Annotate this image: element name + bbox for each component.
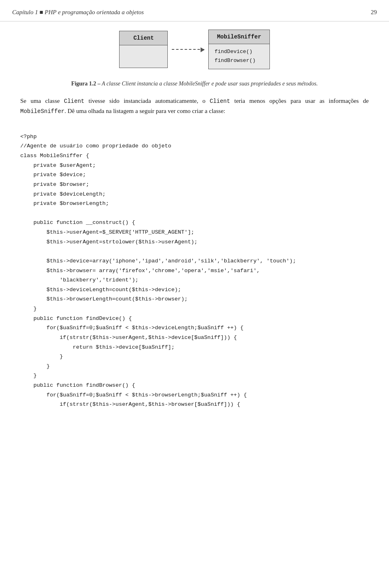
code-line-finddevice-if-close: } (20, 354, 63, 360)
code-line-device-array: $this->device=array('iphone','ipad','and… (20, 258, 296, 264)
uml-arrow (172, 49, 204, 50)
figure-caption: Figura 1.2 – A classe Client instancia a… (32, 79, 357, 88)
inline-code-mobilesniffer: MobileSniffer (20, 108, 64, 115)
code-line-finddevice-if: if(strstr($this->userAgent,$this->device… (20, 334, 237, 341)
uml-mobilesniffer-box: MobileSniffer findDevice() findBrowser() (208, 30, 269, 69)
page-number: 29 (371, 7, 377, 17)
uml-method-finddevice: findDevice() (214, 47, 263, 56)
code-line-prop1: private $userAgent; (20, 162, 96, 168)
uml-client-box: Client (119, 31, 168, 68)
code-line-finddevice-for-close: } (20, 363, 50, 369)
uml-client-body (120, 45, 167, 68)
body-paragraph-1: Se uma classe Client tivesse sido instan… (20, 96, 369, 117)
code-line-prop5: private $browserLength; (20, 200, 109, 207)
code-line-useragent1: $this->userAgent=$_SERVER['HTTP_USER_AGE… (20, 229, 194, 235)
uml-arrow-line (172, 49, 204, 50)
code-line-browser-array2: 'blackberry','trident'); (20, 277, 139, 283)
inline-code-client2: Client (209, 98, 230, 104)
inline-code-client1: Client (64, 98, 84, 104)
code-line-browser-array1: $this->browser= array('firefox','chrome'… (20, 268, 260, 274)
page-header: Capítulo 1 ■ PHP e programação orientada… (0, 0, 389, 21)
code-line-php: <?php (20, 134, 37, 140)
code-line-prop3: private $browser; (20, 181, 89, 187)
uml-method-findbrowser: findBrowser() (214, 56, 263, 65)
uml-client-header: Client (120, 31, 167, 45)
code-line-construct-close: } (20, 306, 37, 312)
chapter-title: Capítulo 1 ■ PHP e programação orientada… (12, 7, 144, 17)
code-line-finddevice-for: for($uaSniff=0;$uaSniff < $this->deviceL… (20, 325, 244, 331)
figure-text: A classe Client instancia a classe Mobil… (102, 81, 318, 87)
code-line-prop2: private $device; (20, 172, 86, 178)
code-line-construct: public function __construct() { (20, 219, 135, 226)
code-line-finddevice-return: return $this->device[$uaSniff]; (20, 344, 175, 350)
code-line-finddevice-fn: public function findDevice() { (20, 315, 132, 322)
uml-diagram: Client MobileSniffer findDevice() findBr… (20, 30, 369, 69)
code-line-finddevice-close: } (20, 373, 37, 379)
code-line-comment: //Agente de usuário como propriedade do … (20, 143, 171, 149)
code-line-devicelength: $this->deviceLength=count($this->device)… (20, 287, 181, 293)
uml-mobilesniffer-header: MobileSniffer (209, 30, 269, 44)
code-line-findbrowser-for: for($uaSniff=0;$uaSniff < $this->browser… (20, 392, 247, 398)
code-line-useragent2: $this->userAgent=strtolower($this->userA… (20, 239, 197, 245)
figure-label: Figura 1.2 – (71, 81, 100, 87)
code-line-class: class MobileSniffer { (20, 153, 89, 159)
code-line-browserlength: $this->browserLength=count($this->browse… (20, 296, 188, 302)
code-line-findbrowser-fn: public function findBrowser() { (20, 382, 135, 388)
code-line-findbrowser-if: if(strstr($this->userAgent,$this->browse… (20, 401, 240, 407)
page-content: Client MobileSniffer findDevice() findBr… (0, 30, 389, 439)
code-block: <?php //Agente de usuário como proprieda… (20, 122, 369, 419)
uml-mobilesniffer-body: findDevice() findBrowser() (209, 44, 269, 68)
code-line-prop4: private $deviceLength; (20, 191, 106, 197)
